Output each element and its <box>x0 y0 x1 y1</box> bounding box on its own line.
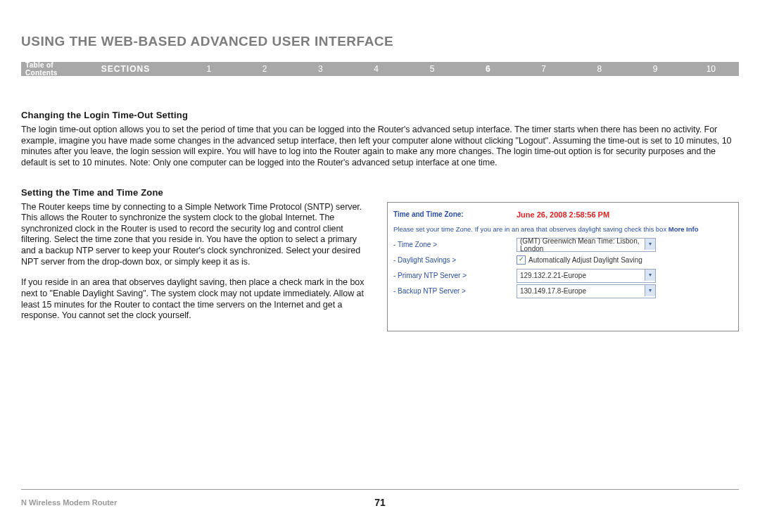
backup-ntp-label: - Backup NTP Server > <box>393 287 517 295</box>
ds-checkbox-label: Automatically Adjust Daylight Saving <box>528 256 642 264</box>
nav-section-5[interactable]: 5 <box>404 64 460 74</box>
backup-ntp-value: 130.149.17.8-Europe <box>520 287 586 295</box>
primary-ntp-label: - Primary NTP Server > <box>393 272 517 279</box>
nav-section-10[interactable]: 10 <box>683 64 739 74</box>
tz-label: - Time Zone > <box>393 241 517 248</box>
nav-sections-label: SECTIONS <box>101 64 181 74</box>
panel-title: Time and Time Zone: <box>393 210 517 218</box>
heading-time-zone: Setting the Time and Time Zone <box>21 187 739 198</box>
nav-section-3[interactable]: 3 <box>293 64 348 74</box>
footer-divider <box>21 489 739 490</box>
nav-section-1[interactable]: 1 <box>181 64 236 74</box>
footer: N Wireless Modem Router 71 <box>21 498 739 507</box>
panel-instruction-text: Please set your time Zone. If you are in… <box>393 225 669 233</box>
tz-select[interactable]: (GMT) Greenwich Mean Time: Lisbon, Londo… <box>517 238 656 252</box>
para-login-timeout: The login time-out option allows you to … <box>21 125 739 169</box>
nav-toc[interactable]: Table of Contents <box>21 61 101 77</box>
chevron-down-icon: ▾ <box>645 239 655 250</box>
nav-section-9[interactable]: 9 <box>627 64 683 74</box>
footer-product: N Wireless Modem Router <box>21 498 117 507</box>
ds-checkbox[interactable]: ✓ <box>517 255 526 265</box>
backup-ntp-select[interactable]: 130.149.17.8-Europe ▾ <box>517 284 656 298</box>
para-time-1: The Router keeps time by connecting to a… <box>21 202 366 268</box>
tz-select-value: (GMT) Greenwich Mean Time: Lisbon, Londo… <box>520 237 652 253</box>
page-number: 71 <box>374 497 386 508</box>
nav-section-4[interactable]: 4 <box>348 64 404 74</box>
nav-section-8[interactable]: 8 <box>571 64 627 74</box>
more-info-link[interactable]: More Info <box>669 225 699 233</box>
primary-ntp-value: 129.132.2.21-Europe <box>520 272 586 279</box>
panel-datetime: June 26, 2008 2:58:56 PM <box>517 210 609 219</box>
panel-instruction: Please set your time Zone. If you are in… <box>393 222 733 237</box>
heading-login-timeout: Changing the Login Time-Out Setting <box>21 110 739 120</box>
nav-section-6[interactable]: 6 <box>460 64 516 74</box>
para-time-2: If you reside in an area that observes d… <box>21 277 366 322</box>
nav-section-7[interactable]: 7 <box>516 64 571 74</box>
chevron-down-icon: ▾ <box>645 285 655 296</box>
time-zone-panel: Time and Time Zone: June 26, 2008 2:58:5… <box>387 202 739 331</box>
ds-label: - Daylight Savings > <box>393 256 517 264</box>
page-title: USING THE WEB-BASED ADVANCED USER INTERF… <box>21 34 739 49</box>
nav-section-2[interactable]: 2 <box>236 64 292 74</box>
primary-ntp-select[interactable]: 129.132.2.21-Europe ▾ <box>517 269 656 283</box>
chevron-down-icon: ▾ <box>645 270 655 281</box>
section-nav: Table of Contents SECTIONS 1 2 3 4 5 6 7… <box>21 62 739 76</box>
